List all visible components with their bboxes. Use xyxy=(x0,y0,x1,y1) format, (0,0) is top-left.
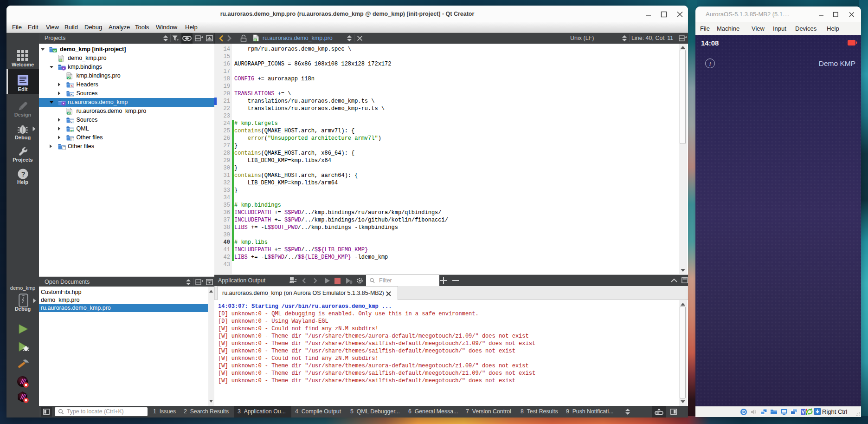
svg-text:?: ? xyxy=(21,170,26,178)
